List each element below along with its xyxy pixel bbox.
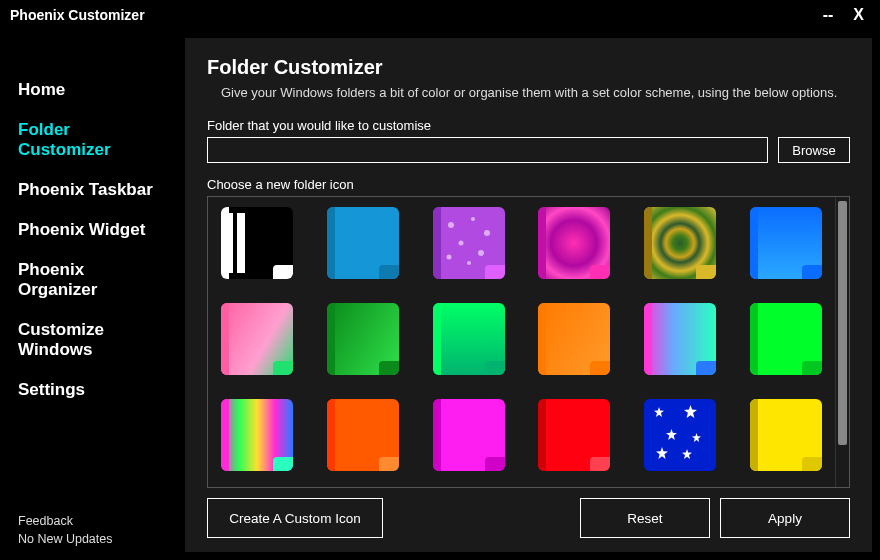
folder-icon-deep-green[interactable] bbox=[327, 303, 399, 375]
folder-icon-gold-rings[interactable] bbox=[644, 207, 716, 279]
folder-icon-blue[interactable] bbox=[327, 207, 399, 279]
sidebar: HomeFolder CustomizerPhoenix TaskbarPhoe… bbox=[0, 30, 185, 560]
icon-grid-label: Choose a new folder icon bbox=[207, 177, 850, 192]
icon-scrollbar[interactable] bbox=[835, 197, 849, 487]
folder-icon-purple-dots[interactable] bbox=[433, 207, 505, 279]
nav-list: HomeFolder CustomizerPhoenix TaskbarPhoe… bbox=[0, 70, 185, 410]
svg-point-6 bbox=[467, 261, 471, 265]
create-custom-icon-button[interactable]: Create A Custom Icon bbox=[207, 498, 383, 538]
folder-icon-red[interactable] bbox=[538, 399, 610, 471]
folder-icon-rainbow[interactable] bbox=[644, 303, 716, 375]
folder-icon-orange[interactable] bbox=[327, 399, 399, 471]
folder-icon-blue-gradient[interactable] bbox=[750, 207, 822, 279]
svg-point-3 bbox=[458, 241, 463, 246]
nav-item-customize-windows[interactable]: Customize Windows bbox=[0, 310, 185, 370]
update-status: No New Updates bbox=[18, 532, 167, 546]
folder-icon-magenta[interactable] bbox=[433, 399, 505, 471]
browse-button[interactable]: Browse bbox=[778, 137, 850, 163]
svg-point-0 bbox=[448, 222, 454, 228]
svg-point-5 bbox=[446, 255, 451, 260]
titlebar: Phoenix Customizer -- X bbox=[0, 0, 880, 30]
folder-icon-orange-grad[interactable] bbox=[538, 303, 610, 375]
folder-icon-neon-green[interactable] bbox=[750, 303, 822, 375]
folder-icon-black-white[interactable] bbox=[221, 207, 293, 279]
main-panel: Folder Customizer Give your Windows fold… bbox=[185, 38, 872, 552]
path-label: Folder that you would like to customise bbox=[207, 118, 850, 133]
svg-point-2 bbox=[484, 230, 490, 236]
folder-icon-grid bbox=[214, 207, 829, 471]
nav-item-phoenix-organizer[interactable]: Phoenix Organizer bbox=[0, 250, 185, 310]
scrollbar-thumb[interactable] bbox=[838, 201, 847, 445]
apply-button[interactable]: Apply bbox=[720, 498, 850, 538]
page-title: Folder Customizer bbox=[207, 56, 850, 79]
svg-point-4 bbox=[478, 250, 484, 256]
sidebar-footer: Feedback No New Updates bbox=[0, 510, 185, 560]
reset-button[interactable]: Reset bbox=[580, 498, 710, 538]
folder-path-input[interactable] bbox=[207, 137, 768, 163]
nav-item-folder-customizer[interactable]: Folder Customizer bbox=[0, 110, 185, 170]
app-title: Phoenix Customizer bbox=[10, 7, 145, 23]
folder-icon-yellow[interactable] bbox=[750, 399, 822, 471]
nav-item-phoenix-widget[interactable]: Phoenix Widget bbox=[0, 210, 185, 250]
folder-icon-blue-stars[interactable] bbox=[644, 399, 716, 471]
nav-item-phoenix-taskbar[interactable]: Phoenix Taskbar bbox=[0, 170, 185, 210]
page-description: Give your Windows folders a bit of color… bbox=[221, 85, 850, 100]
svg-point-1 bbox=[471, 217, 475, 221]
close-button[interactable]: X bbox=[847, 6, 870, 24]
feedback-link[interactable]: Feedback bbox=[18, 514, 167, 528]
folder-icon-pink-green[interactable] bbox=[221, 303, 293, 375]
folder-icon-magenta-swirl[interactable] bbox=[538, 207, 610, 279]
nav-item-home[interactable]: Home bbox=[0, 70, 185, 110]
nav-item-settings[interactable]: Settings bbox=[0, 370, 185, 410]
folder-icon-bright-green[interactable] bbox=[433, 303, 505, 375]
minimize-button[interactable]: -- bbox=[817, 6, 840, 24]
folder-icon-rainbow-bars[interactable] bbox=[221, 399, 293, 471]
